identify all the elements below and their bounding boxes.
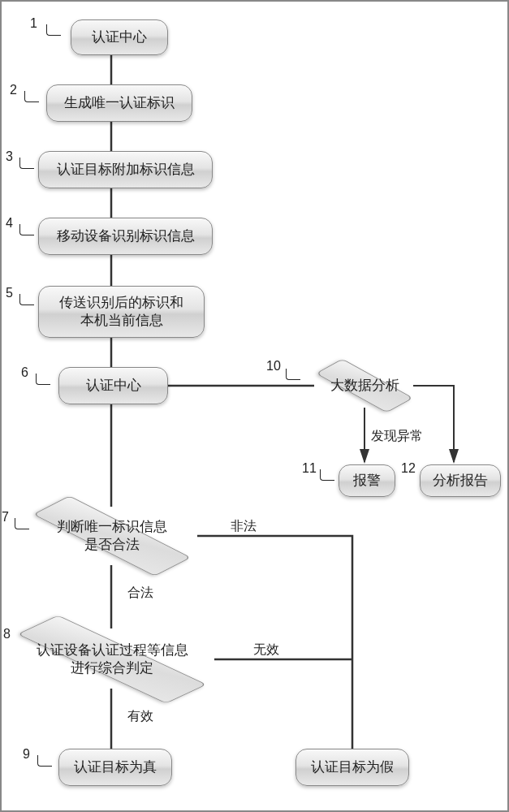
edge-label-valid: 有效 xyxy=(127,708,153,725)
node-attach-id-info: 认证目标附加标识信息 xyxy=(38,151,213,188)
label-1: 1 xyxy=(30,16,37,31)
node-big-data-analysis: 大数据分析 xyxy=(314,364,415,408)
node-comprehensive-judge: 认证设备认证过程等信息 进行综合判定 xyxy=(8,628,216,690)
label-9: 9 xyxy=(23,747,30,762)
node-text: 认证设备认证过程等信息 进行综合判定 xyxy=(32,641,193,677)
node-mobile-recognize: 移动设备识别标识信息 xyxy=(38,218,213,255)
node-text: 认证目标为假 xyxy=(311,758,394,776)
node-text: 大数据分析 xyxy=(326,377,404,395)
connectors-svg xyxy=(2,2,509,812)
node-text: 生成唯一认证标识 xyxy=(64,94,175,112)
node-text: 认证目标为真 xyxy=(74,758,157,776)
label-5: 5 xyxy=(6,286,13,300)
node-analysis-report: 分析报告 xyxy=(420,464,501,497)
label-hook xyxy=(36,374,50,385)
node-text: 传送识别后的标识和 本机当前信息 xyxy=(59,294,183,330)
label-12: 12 xyxy=(401,461,416,476)
node-target-false: 认证目标为假 xyxy=(295,749,409,786)
label-6: 6 xyxy=(21,365,28,380)
node-transmit-info: 传送识别后的标识和 本机当前信息 xyxy=(38,286,205,338)
node-alarm: 报警 xyxy=(339,464,395,497)
edge-label-anomaly: 发现异常 xyxy=(371,428,423,445)
label-hook xyxy=(15,518,29,529)
node-text: 认证目标附加标识信息 xyxy=(57,161,195,179)
label-hook xyxy=(320,469,334,481)
edge-label-invalid: 无效 xyxy=(253,641,279,659)
node-target-true: 认证目标为真 xyxy=(58,749,172,786)
edge-label-legal: 合法 xyxy=(127,585,153,602)
node-auth-center-2: 认证中心 xyxy=(58,367,168,404)
label-hook xyxy=(19,158,34,169)
label-hook xyxy=(19,224,34,235)
label-hook xyxy=(37,755,52,767)
label-10: 10 xyxy=(266,359,281,374)
node-text: 判断唯一标识信息 是否合法 xyxy=(52,518,172,554)
label-hook xyxy=(286,369,300,380)
node-text: 报警 xyxy=(353,472,381,490)
label-7: 7 xyxy=(2,510,9,525)
node-text: 认证中心 xyxy=(92,28,147,46)
label-hook xyxy=(46,24,61,36)
label-hook xyxy=(24,91,39,102)
node-text: 认证中心 xyxy=(86,377,141,395)
node-generate-id: 生成唯一认证标识 xyxy=(46,84,192,122)
label-11: 11 xyxy=(302,461,317,476)
node-judge-id-legal: 判断唯一标识信息 是否合法 xyxy=(26,507,198,565)
node-auth-center-1: 认证中心 xyxy=(71,19,168,55)
node-text: 分析报告 xyxy=(433,472,488,490)
label-8: 8 xyxy=(3,627,11,641)
label-3: 3 xyxy=(6,149,13,164)
node-text: 移动设备识别标识信息 xyxy=(57,227,195,245)
label-hook xyxy=(19,294,34,305)
edge-label-illegal: 非法 xyxy=(231,518,257,535)
label-2: 2 xyxy=(10,83,17,97)
label-4: 4 xyxy=(6,216,13,231)
